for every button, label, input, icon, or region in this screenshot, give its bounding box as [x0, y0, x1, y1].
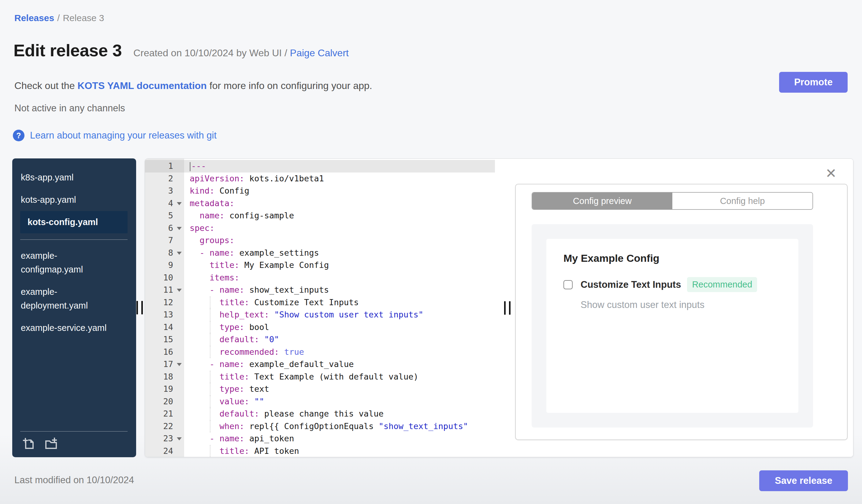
code-line-24: 24 title: API token	[145, 445, 495, 457]
code-text: metadata:	[184, 197, 495, 210]
code-line-14: 14 type: bool	[145, 321, 495, 334]
code-text: kind: Config	[184, 185, 495, 197]
code-line-18: 18 title: Text Example (with default val…	[145, 371, 495, 383]
new-file-icon[interactable]	[22, 436, 36, 450]
code-line-4: 4metadata:	[145, 197, 495, 210]
sidebar-resize-handle[interactable]	[136, 301, 143, 314]
promote-button[interactable]: Promote	[779, 72, 848, 93]
code-text: - name: example_settings	[184, 247, 495, 259]
fold-arrow-icon[interactable]	[177, 289, 182, 292]
line-number: 15	[145, 333, 184, 346]
code-text: default: please change this value	[184, 408, 495, 420]
file-sidebar: k8s-app.yamlkots-app.yamlkots-config.yam…	[12, 158, 136, 457]
line-number: 4	[145, 197, 184, 210]
last-modified-text: Last modified on 10/10/2024	[14, 475, 134, 486]
code-text: title: Customize Text Inputs	[184, 296, 495, 309]
recommended-badge: Recommended	[687, 277, 757, 292]
code-line-16: 16 recommended: true	[145, 346, 495, 358]
code-text: name: config-sample	[184, 210, 495, 222]
line-number: 12	[145, 296, 184, 309]
code-line-20: 20 value: ""	[145, 395, 495, 408]
code-text: value: ""	[184, 395, 495, 408]
git-releases-link[interactable]: Learn about managing your releases with …	[30, 130, 217, 141]
question-circle-icon[interactable]: ?	[13, 130, 25, 141]
sidebar-footer	[20, 431, 128, 452]
fold-arrow-icon[interactable]	[177, 252, 182, 255]
breadcrumb: Releases/Release 3	[14, 13, 104, 23]
code-line-22: 22 when: repl{{ ConfigOptionEquals "show…	[145, 420, 495, 433]
line-number: 19	[145, 383, 184, 395]
kots-docs-link[interactable]: KOTS YAML documentation	[77, 80, 207, 91]
customize-text-inputs-checkbox[interactable]	[563, 280, 573, 289]
channel-status: Not active in any channels	[14, 103, 125, 114]
docs-suffix: for more info on configuring your app.	[207, 80, 372, 91]
config-card: Config preview Config help My Example Co…	[515, 184, 848, 440]
fold-arrow-icon[interactable]	[177, 363, 182, 366]
line-number: 5	[145, 210, 184, 222]
code-line-3: 3kind: Config	[145, 185, 495, 197]
code-line-12: 12 title: Customize Text Inputs	[145, 296, 495, 309]
line-number: 10	[145, 271, 184, 284]
code-text: title: Text Example (with default value)	[184, 371, 495, 383]
code-text: items:	[184, 271, 495, 284]
docs-line: Check out the KOTS YAML documentation fo…	[14, 80, 372, 91]
line-number: 20	[145, 395, 184, 408]
created-on-text: Created on 10/10/2024 by Web UI / Paige …	[133, 48, 349, 59]
code-text: recommended: true	[184, 346, 495, 358]
git-help-line: ? Learn about managing your releases wit…	[13, 130, 217, 141]
line-number: 3	[145, 185, 184, 197]
code-text: - name: show_text_inputs	[184, 284, 495, 296]
sidebar-divider	[20, 239, 128, 240]
fold-arrow-icon[interactable]	[177, 437, 182, 440]
code-text: type: bool	[184, 321, 495, 334]
code-line-2: 2apiVersion: kots.io/v1beta1	[145, 172, 495, 185]
code-line-6: 6spec:	[145, 222, 495, 235]
code-line-11: 11 - name: show_text_inputs	[145, 284, 495, 296]
line-number: 2	[145, 172, 184, 185]
sidebar-file-k8s-app-yaml[interactable]: k8s-app.yaml	[20, 167, 128, 189]
code-line-15: 15 default: "0"	[145, 333, 495, 346]
sidebar-file-kots-app-yaml[interactable]: kots-app.yaml	[20, 189, 128, 211]
code-line-9: 9 title: My Example Config	[145, 259, 495, 271]
line-number: 17	[145, 358, 184, 371]
fold-arrow-icon[interactable]	[177, 202, 182, 205]
author-link[interactable]: Paige Calvert	[290, 48, 349, 58]
code-line-8: 8 - name: example_settings	[145, 247, 495, 259]
code-text: title: API token	[184, 445, 495, 457]
close-icon[interactable]: ✕	[825, 167, 837, 180]
line-number: 24	[145, 445, 184, 457]
save-release-button[interactable]: Save release	[759, 470, 848, 491]
code-line-19: 19 type: text	[145, 383, 495, 395]
code-line-1: 1---	[145, 160, 495, 172]
sidebar-file-example-service-yaml[interactable]: example-service.yaml	[20, 317, 128, 339]
code-text: when: repl{{ ConfigOptionEquals "show_te…	[184, 420, 495, 433]
sidebar-file-example-configmap-yaml[interactable]: example-configmap.yaml	[20, 245, 128, 281]
line-number: 16	[145, 346, 184, 358]
title-row: Edit release 3 Created on 10/10/2024 by …	[13, 40, 349, 60]
edit-release-page: Releases/Release 3 Edit release 3 Create…	[0, 0, 862, 504]
code-line-10: 10 items:	[145, 271, 495, 284]
sidebar-file-kots-config-yaml[interactable]: kots-config.yaml	[20, 211, 128, 233]
breadcrumb-releases-link[interactable]: Releases	[14, 13, 54, 23]
config-item-row: Customize Text Inputs Recommended	[563, 277, 798, 292]
sidebar-file-example-deployment-yaml[interactable]: example-deployment.yaml	[20, 281, 128, 317]
preview-resize-handle[interactable]	[504, 301, 511, 315]
page-title: Edit release 3	[13, 40, 122, 60]
fold-arrow-icon[interactable]	[177, 227, 182, 230]
preview-tabs: Config preview Config help	[532, 192, 813, 210]
new-folder-icon[interactable]	[43, 436, 59, 450]
line-number: 13	[145, 308, 184, 321]
yaml-code-editor[interactable]: 1---2apiVersion: kots.io/v1beta13kind: C…	[145, 159, 495, 457]
code-text: title: My Example Config	[184, 259, 495, 271]
breadcrumb-current: Release 3	[63, 13, 104, 23]
line-number: 1	[145, 160, 184, 172]
tab-config-help[interactable]: Config help	[672, 193, 812, 209]
line-number: 18	[145, 371, 184, 383]
code-line-7: 7 groups:	[145, 234, 495, 247]
tab-config-preview[interactable]: Config preview	[532, 193, 672, 209]
config-preview-panel: ✕ Config preview Config help My Example …	[495, 159, 853, 457]
code-text: - name: example_default_value	[184, 358, 495, 371]
code-line-13: 13 help_text: "Show custom user text inp…	[145, 308, 495, 321]
main-row: k8s-app.yamlkots-app.yamlkots-config.yam…	[12, 158, 853, 457]
line-number: 6	[145, 222, 184, 235]
